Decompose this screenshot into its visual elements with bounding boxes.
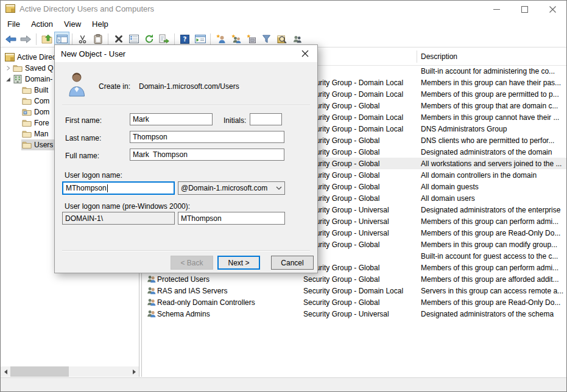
- tree-item-label: Users: [34, 141, 53, 149]
- list-row-description: Built-in account for guest access to the…: [421, 252, 558, 261]
- toolbar-separator: [72, 33, 72, 45]
- tree-item-label: Fore: [34, 119, 49, 127]
- delete-icon: [114, 35, 123, 43]
- tree-item-label: Domain-: [25, 75, 52, 83]
- domain-suffix-dropdown[interactable]: @Domain-1.microsoft.com: [178, 181, 285, 195]
- initials-field[interactable]: [250, 113, 282, 125]
- svg-text:?: ?: [183, 35, 187, 43]
- security-group-icon: [147, 275, 156, 284]
- tree-item-label: Saved Q: [25, 64, 54, 72]
- list-row-name: Schema Admins: [157, 310, 210, 318]
- list-row-description: Members of this group are afforded addit…: [421, 275, 559, 284]
- list-row-type: Security Group - Global: [303, 298, 379, 307]
- menu-bar: FileActionViewHelp: [1, 16, 566, 31]
- minimize-button[interactable]: [482, 1, 510, 18]
- folder-icon: [22, 140, 32, 150]
- maximize-button[interactable]: [510, 1, 538, 18]
- scroll-right-arrow-icon[interactable]: [129, 366, 139, 377]
- console-tree-icon: [57, 35, 68, 43]
- menu-view[interactable]: View: [58, 18, 86, 30]
- dialog-close-button[interactable]: [294, 46, 317, 61]
- folder-icon: [22, 129, 32, 139]
- up-one-level-button[interactable]: [39, 32, 54, 46]
- list-row-description: Designated administrators of the domain: [421, 148, 552, 156]
- menu-help[interactable]: Help: [86, 18, 114, 30]
- help-icon: ?: [180, 35, 189, 44]
- column-separator[interactable]: [417, 51, 417, 63]
- app-icon: [5, 4, 15, 13]
- create-ou-icon: [247, 34, 256, 44]
- find-icon: [277, 34, 287, 44]
- cancel-button[interactable]: Cancel: [271, 256, 314, 270]
- filter-icon: [262, 35, 271, 43]
- list-row-type: Security Group - Domain Local: [303, 125, 403, 133]
- list-row[interactable]: Protected UsersSecurity Group - GlobalMe…: [142, 273, 566, 285]
- separator: [62, 105, 310, 106]
- horizontal-scrollbar[interactable]: [1, 366, 139, 377]
- pre2000-domain-field: [62, 212, 175, 225]
- up-one-level-icon: [41, 34, 52, 44]
- list-row-description: DNS Administrators Group: [421, 125, 507, 133]
- back-button: < Back: [171, 256, 213, 270]
- close-button[interactable]: [538, 1, 566, 18]
- list-row-description: Members of this group can perform admi..…: [421, 217, 558, 226]
- domain-icon: [13, 74, 23, 84]
- tree-item-label: Dom: [34, 108, 49, 116]
- column-header-description[interactable]: Description: [421, 52, 457, 61]
- status-bar: [1, 377, 566, 391]
- new-object-user-dialog: New Object - User Create in: Domain-1.mi…: [54, 44, 318, 273]
- list-row-description: Members in this group can have their pas…: [421, 79, 561, 87]
- next-button[interactable]: Next >: [217, 256, 260, 270]
- full-name-field[interactable]: [130, 149, 284, 161]
- scrollbar-thumb[interactable]: [10, 366, 69, 377]
- last-name-label: Last name:: [65, 134, 101, 142]
- tree-item-label: Man: [34, 130, 48, 138]
- pre2000-logon-field[interactable]: [178, 212, 285, 225]
- list-row-description: All workstations and servers joined to t…: [421, 159, 562, 168]
- list-row-name: RAS and IAS Servers: [157, 287, 227, 295]
- security-group-icon: [147, 298, 156, 307]
- create-in-label: Create in:: [99, 82, 130, 91]
- folder-icon: [22, 96, 32, 106]
- first-name-field[interactable]: [130, 113, 213, 125]
- chevron-expanded-icon[interactable]: [4, 75, 12, 83]
- list-row-type: Security Group - Domain Local: [303, 113, 403, 122]
- list-row[interactable]: RAS and IAS ServersSecurity Group - Doma…: [142, 285, 566, 296]
- refresh-icon: [144, 34, 154, 44]
- list-row[interactable]: Read-only Domain ControllersSecurity Gro…: [142, 296, 566, 308]
- menu-file[interactable]: File: [2, 18, 26, 30]
- tree-item-label: Built: [34, 86, 48, 94]
- list-row[interactable]: Schema AdminsSecurity Group - UniversalD…: [142, 308, 566, 320]
- list-row-description: Members of this group can perform admi..…: [421, 264, 558, 272]
- chevron-right-icon[interactable]: [4, 65, 12, 72]
- app-window: Active Directory Users and Computers Fil…: [0, 0, 567, 392]
- window-title: Active Directory Users and Computers: [19, 4, 154, 13]
- list-row-description: All domain controllers in the domain: [421, 171, 537, 180]
- list-row-description: All domain guests: [421, 183, 479, 191]
- dialog-title: New Object - User: [61, 49, 125, 58]
- initials-label: Initials:: [224, 116, 246, 125]
- tree-item-content: Active Direc: [4, 52, 58, 63]
- title-bar: Active Directory Users and Computers: [1, 1, 566, 16]
- back-button[interactable]: [3, 32, 18, 46]
- tree-item-content: Dom: [21, 107, 51, 117]
- toolbar-separator: [108, 33, 108, 45]
- list-row-description: Members of this group are permitted to p…: [421, 90, 559, 99]
- toolbar-separator: [36, 33, 37, 45]
- pre2000-logon-label: User logon name (pre-Windows 2000):: [65, 202, 190, 211]
- tree-item-content: Domain-: [12, 74, 54, 85]
- scroll-left-arrow-icon[interactable]: [1, 366, 11, 377]
- logon-name-field[interactable]: MThompson: [62, 181, 175, 195]
- forward-button[interactable]: [18, 32, 33, 46]
- tree-item-content: Saved Q: [12, 63, 55, 74]
- toolbar-separator: [174, 33, 175, 45]
- create-in-value: Domain-1.microsoft.com/Users: [139, 82, 239, 91]
- properties-icon: [129, 35, 139, 43]
- list-row-description: Designated administrators of the enterpr…: [421, 206, 560, 214]
- list-row-description: Members in this group can modify group..…: [421, 240, 557, 249]
- window-controls: [482, 1, 566, 18]
- list-row-type: Security Group - Global: [303, 275, 379, 284]
- menu-action[interactable]: Action: [26, 18, 58, 30]
- last-name-field[interactable]: [130, 131, 284, 143]
- list-row-description: Members of this group are Read-Only Do..…: [421, 229, 560, 237]
